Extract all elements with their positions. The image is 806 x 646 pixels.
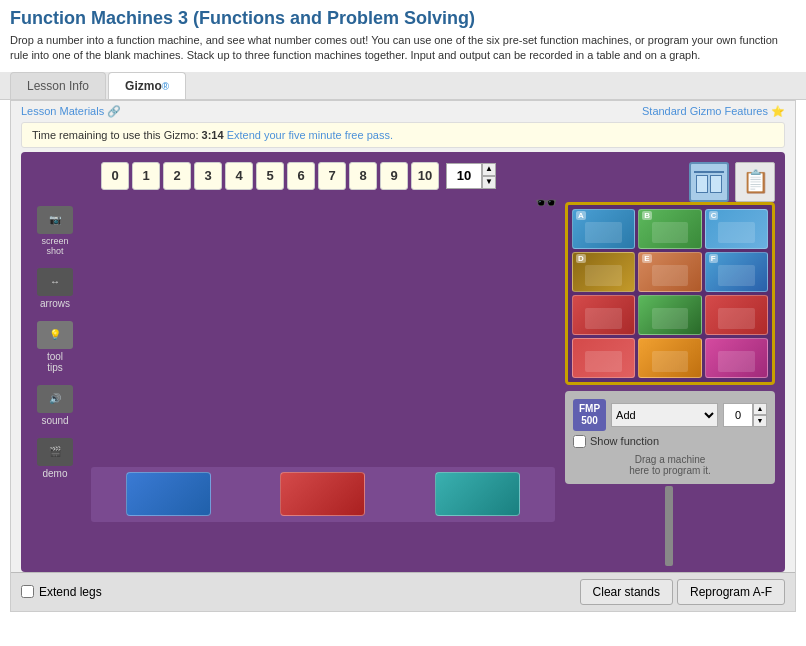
vertical-pole	[665, 486, 673, 566]
num-box-0[interactable]: 0	[101, 162, 129, 190]
conveyor-machine-blue[interactable]	[126, 472, 211, 516]
show-function-checkbox[interactable]	[573, 435, 586, 448]
machine-e[interactable]: E	[638, 252, 701, 292]
bottom-bar: Extend legs Clear stands Reprogram A-F	[11, 572, 795, 611]
machine-a[interactable]: A	[572, 209, 635, 249]
extend-legs-checkbox[interactable]	[21, 585, 34, 598]
number-strip: 0 1 2 3 4 5 6 7 8 9 10 ▲ ▼	[101, 162, 775, 190]
sidebar-item-screenshot[interactable]: 📷 screenshot	[33, 202, 77, 260]
machine-d[interactable]: D	[572, 252, 635, 292]
machine-row-4	[572, 338, 768, 378]
lesson-materials-link[interactable]: Lesson Materials 🔗	[21, 105, 121, 118]
machine-i[interactable]	[705, 295, 768, 335]
arrows-icon: ↔	[37, 268, 73, 296]
machine-k[interactable]	[638, 338, 701, 378]
extend-pass-link[interactable]: Extend your five minute free pass.	[227, 129, 393, 141]
tabs-bar: Lesson Info Gizmo®	[0, 72, 806, 100]
fmp-down-button[interactable]: ▼	[753, 415, 767, 427]
fmp-value-spinner: ▲ ▼	[753, 403, 767, 427]
num-box-1[interactable]: 1	[132, 162, 160, 190]
num-box-6[interactable]: 6	[287, 162, 315, 190]
glasses-icon: 🕶️	[535, 192, 557, 214]
fmp-up-button[interactable]: ▲	[753, 403, 767, 415]
conveyor-machine-red[interactable]	[280, 472, 365, 516]
show-function-label[interactable]: Show function	[590, 435, 659, 447]
num-box-10[interactable]: 10	[411, 162, 439, 190]
page-description: Drop a number into a function machine, a…	[0, 33, 806, 72]
extend-legs-label[interactable]: Extend legs	[39, 585, 102, 599]
num-box-7[interactable]: 7	[318, 162, 346, 190]
bottom-buttons: Clear stands Reprogram A-F	[580, 579, 785, 605]
gizmo-container: Lesson Materials 🔗 Standard Gizmo Featur…	[10, 100, 796, 612]
right-panel: 🕶️ A B C	[565, 202, 775, 566]
machine-grid: A B C	[565, 202, 775, 385]
drag-hint: Drag a machine here to program it.	[573, 454, 767, 476]
num-down-button[interactable]: ▼	[482, 176, 496, 189]
tooltips-icon: 💡	[37, 321, 73, 349]
sidebar-item-sound[interactable]: 🔊 sound	[33, 381, 77, 430]
machine-l[interactable]	[705, 338, 768, 378]
machine-j[interactable]	[572, 338, 635, 378]
extend-legs-group: Extend legs	[21, 585, 102, 599]
machine-h[interactable]	[638, 295, 701, 335]
fmp-value-input[interactable]	[723, 403, 753, 427]
fmp-value-group: ▲ ▼	[723, 403, 767, 427]
reprogram-button[interactable]: Reprogram A-F	[677, 579, 785, 605]
machine-row-1: A B C	[572, 209, 768, 249]
fmp-label: FMP 500	[573, 399, 606, 431]
top-bar: Lesson Materials 🔗 Standard Gizmo Featur…	[11, 101, 795, 122]
fmp-panel: FMP 500 Add Subtract Multiply Divide	[565, 391, 775, 484]
demo-icon: 🎬	[37, 438, 73, 466]
num-box-3[interactable]: 3	[194, 162, 222, 190]
num-input[interactable]	[446, 163, 482, 189]
machine-f[interactable]: F	[705, 252, 768, 292]
show-function-row: Show function	[573, 435, 767, 448]
clipboard-icon[interactable]: 📋	[735, 162, 775, 202]
fmp-operation-select[interactable]: Add Subtract Multiply Divide	[611, 403, 718, 427]
machine-c[interactable]: C	[705, 209, 768, 249]
sidebar-item-arrows[interactable]: ↔ arrows	[33, 264, 77, 313]
conveyor-machine-teal[interactable]	[435, 472, 520, 516]
tab-lesson-info[interactable]: Lesson Info	[10, 72, 106, 99]
time-bar: Time remaining to use this Gizmo: 3:14 E…	[21, 122, 785, 148]
num-input-group: ▲ ▼	[446, 163, 496, 189]
num-box-2[interactable]: 2	[163, 162, 191, 190]
table-icon[interactable]	[689, 162, 729, 202]
num-spinner: ▲ ▼	[482, 163, 496, 189]
num-up-button[interactable]: ▲	[482, 163, 496, 176]
view-icons: 📋	[689, 162, 775, 202]
sound-icon: 🔊	[37, 385, 73, 413]
main-panel: 0 1 2 3 4 5 6 7 8 9 10 ▲ ▼	[21, 152, 785, 572]
num-box-5[interactable]: 5	[256, 162, 284, 190]
gizmo-registered: ®	[162, 81, 169, 92]
machine-b[interactable]: B	[638, 209, 701, 249]
num-box-9[interactable]: 9	[380, 162, 408, 190]
clear-stands-button[interactable]: Clear stands	[580, 579, 673, 605]
conveyor-area	[91, 467, 555, 522]
num-box-4[interactable]: 4	[225, 162, 253, 190]
tab-gizmo[interactable]: Gizmo®	[108, 72, 186, 99]
sidebar-item-demo[interactable]: 🎬 demo	[33, 434, 77, 483]
standard-features-link[interactable]: Standard Gizmo Features ⭐	[642, 105, 785, 118]
sidebar-item-tooltips[interactable]: 💡 tooltips	[33, 317, 77, 377]
time-value: 3:14	[202, 129, 224, 141]
num-box-8[interactable]: 8	[349, 162, 377, 190]
sidebar: 📷 screenshot ↔ arrows 💡 tooltips 🔊 sound…	[21, 202, 89, 483]
machine-row-3	[572, 295, 768, 335]
camera-icon: 📷	[37, 206, 73, 234]
machine-g[interactable]	[572, 295, 635, 335]
machine-row-2: D E F	[572, 252, 768, 292]
page-title: Function Machines 3 (Functions and Probl…	[0, 0, 806, 33]
